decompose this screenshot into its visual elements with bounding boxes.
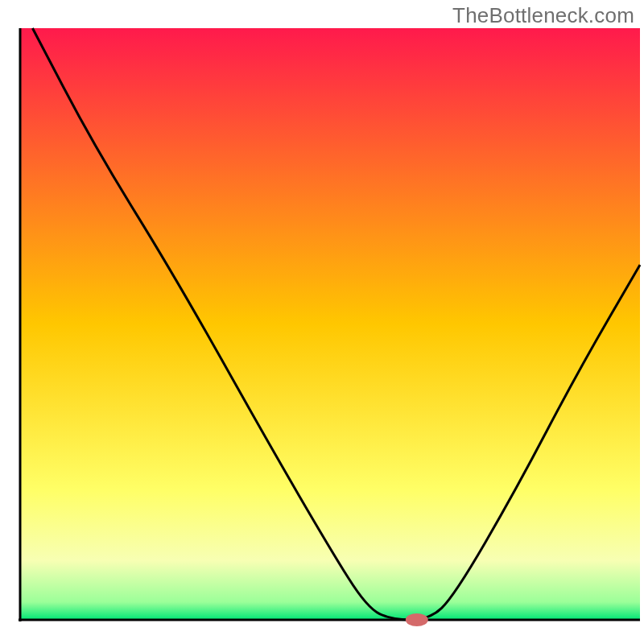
optimal-marker [406,613,428,626]
watermark-text: TheBottleneck.com [452,3,634,28]
chart-frame: TheBottleneck.com [0,0,644,644]
gradient-background [20,28,640,620]
bottleneck-chart [0,0,644,644]
